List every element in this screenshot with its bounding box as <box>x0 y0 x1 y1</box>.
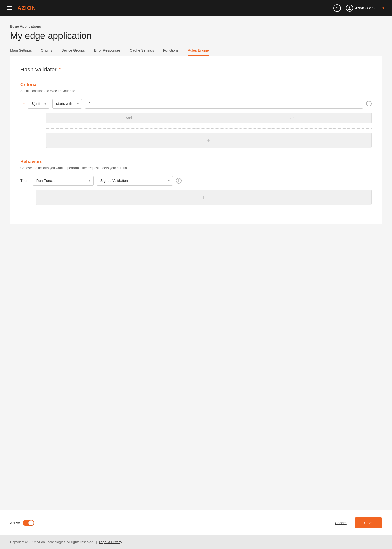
save-button[interactable]: Save <box>355 517 382 528</box>
hamburger-menu[interactable] <box>7 6 12 10</box>
toggle-knob <box>28 520 34 525</box>
breadcrumb: Edge Applications <box>10 24 382 28</box>
behaviors-section: Behaviors Choose the actions you want to… <box>20 159 372 214</box>
azion-logo: AZION <box>17 5 36 11</box>
tab-cache-settings[interactable]: Cache Settings <box>130 48 154 56</box>
footer-actions: Active Cancel Save <box>0 510 392 535</box>
variable-select-wrapper: ${uri} ▼ <box>28 99 49 109</box>
page-footer: Copyright © 2022 Azion Technologies. All… <box>0 535 392 549</box>
criteria-info-icon[interactable]: i <box>366 101 372 106</box>
if-required-star: * <box>23 102 25 106</box>
criteria-description: Set all conditions to execute your rule. <box>20 89 372 93</box>
active-label: Active <box>10 521 20 525</box>
and-button[interactable]: + And <box>46 113 209 123</box>
behavior-info-icon[interactable]: i <box>176 178 182 184</box>
tab-device-groups[interactable]: Device Groups <box>61 48 85 56</box>
criteria-if-row: If:* ${uri} ▼ starts with ▼ i <box>20 99 372 109</box>
user-area[interactable]: Azion - GSS (... ▼ <box>346 5 385 12</box>
criteria-divider <box>46 128 372 129</box>
header-left: AZION <box>7 5 36 11</box>
chevron-down-icon: ▼ <box>382 6 385 10</box>
rule-required-star: * <box>59 67 61 72</box>
then-label: Then: <box>20 179 29 183</box>
legal-privacy-link[interactable]: Legal & Privacy <box>99 540 122 544</box>
form-section: Hash Validator * Criteria Set all condit… <box>10 56 382 224</box>
tab-functions[interactable]: Functions <box>163 48 179 56</box>
add-condition-button[interactable]: + <box>46 133 372 148</box>
header: AZION ? Azion - GSS (... ▼ <box>0 0 392 16</box>
spacer <box>0 372 392 510</box>
user-icon <box>346 5 353 12</box>
function-select[interactable]: Signed ValidationHash ValidatorCustom Fu… <box>97 176 173 186</box>
header-right: ? Azion - GSS (... ▼ <box>333 4 385 12</box>
rule-name-row: Hash Validator * <box>20 66 372 73</box>
active-area: Active <box>10 520 34 526</box>
tabs: Main Settings Origins Device Groups Erro… <box>10 48 382 56</box>
tab-origins[interactable]: Origins <box>41 48 52 56</box>
condition-select[interactable]: starts with <box>52 99 82 109</box>
user-name: Azion - GSS (... <box>355 6 380 10</box>
and-or-row: + And + Or <box>46 113 372 123</box>
behavior-then-row: Then: Run FunctionDeny (403 Forbidden)Re… <box>20 176 372 186</box>
function-select-wrapper: Signed ValidationHash ValidatorCustom Fu… <box>97 176 173 186</box>
behaviors-title: Behaviors <box>20 159 372 164</box>
copyright-text: Copyright © 2022 Azion Technologies. All… <box>10 540 94 544</box>
behaviors-description: Choose the actions you want to perform i… <box>20 166 372 170</box>
add-behavior-button[interactable]: + <box>36 190 372 205</box>
tab-error-responses[interactable]: Error Responses <box>94 48 121 56</box>
criteria-value-input[interactable] <box>85 99 363 109</box>
page-title: My edge application <box>10 30 382 41</box>
tab-main-settings[interactable]: Main Settings <box>10 48 32 56</box>
criteria-section: Criteria Set all conditions to execute y… <box>20 82 372 157</box>
if-label: If:* <box>20 102 25 106</box>
rule-name: Hash Validator <box>20 66 57 73</box>
action-buttons: Cancel Save <box>331 517 382 528</box>
or-button[interactable]: + Or <box>209 113 372 123</box>
variable-select[interactable]: ${uri} <box>28 99 49 109</box>
action-select-wrapper: Run FunctionDeny (403 Forbidden)Redirect… <box>33 176 94 186</box>
condition-select-wrapper: starts with ▼ <box>52 99 82 109</box>
tab-rules-engine[interactable]: Rules Engine <box>188 48 209 56</box>
action-select[interactable]: Run FunctionDeny (403 Forbidden)Redirect… <box>33 176 94 186</box>
footer-separator: | <box>96 540 97 544</box>
criteria-title: Criteria <box>20 82 372 87</box>
help-button[interactable]: ? <box>333 4 341 12</box>
cancel-button[interactable]: Cancel <box>331 518 351 527</box>
page-content: Edge Applications My edge application Ma… <box>0 16 392 372</box>
active-toggle[interactable] <box>23 520 34 526</box>
